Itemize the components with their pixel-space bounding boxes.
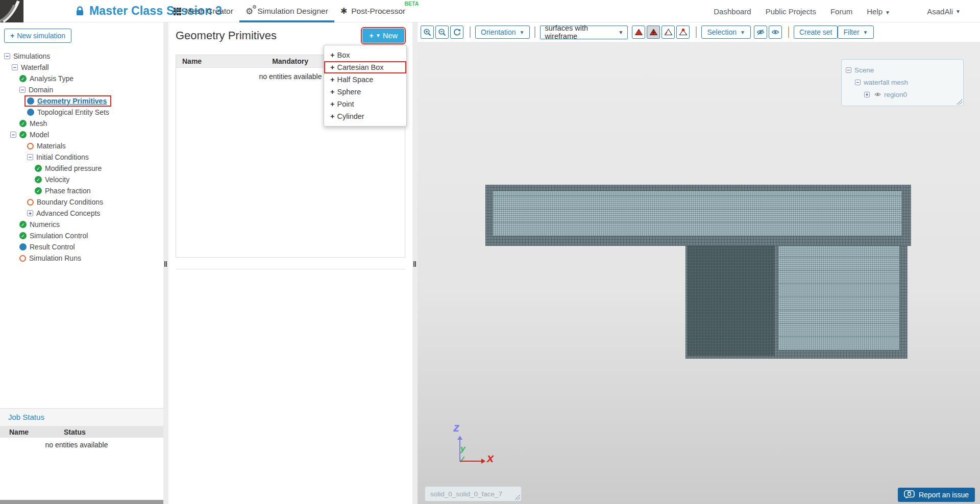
sidebar-item-numerics[interactable]: ✓Numerics [0,219,163,230]
scene-root-row[interactable]: − Scene [846,64,959,76]
collapse-icon[interactable]: − [855,80,861,85]
sidebar-item-modified-pressure[interactable]: ✓Modified pressure [0,163,163,174]
axis-z-arrowhead [457,436,462,440]
sidebar-item-initial-conditions[interactable]: −Initial Conditions [0,152,163,163]
toolbar-separator [788,27,789,38]
completed-status-icon: ✓ [19,232,27,239]
column-name: Name [176,57,272,65]
sidebar-item-velocity[interactable]: ✓Velocity [0,174,163,185]
tab-simulation-designer[interactable]: ⚙⚙ Simulation Designer [239,0,334,22]
nav-help-menu[interactable]: Help▼ [867,7,890,16]
sidebar-item-result-control[interactable]: Result Control [0,241,163,253]
sidebar-item-phase-fraction[interactable]: ✓Phase fraction [0,185,163,196]
sidebar-item-model[interactable]: −✓Model [0,129,163,140]
completed-status-icon: ✓ [19,120,27,127]
sidebar-item-label: Materials [37,142,66,150]
sidebar-item-mesh[interactable]: ✓Mesh [0,118,163,129]
sidebar-tree: −Simulations−Waterfall✓Analysis Type−Dom… [0,51,163,264]
simscale-logo[interactable] [0,0,23,22]
refresh-view-button[interactable] [450,26,463,39]
sidebar-item-simulation-control[interactable]: ✓Simulation Control [0,230,163,241]
render-mode-select[interactable]: surfaces with wireframe▼ [540,26,628,39]
expand-icon[interactable]: + [27,210,33,216]
nav-dashboard[interactable]: Dashboard [714,7,751,16]
selection-dropdown[interactable]: Selection▼ [701,26,751,39]
plus-icon: + [330,63,334,71]
panel-resizer-left[interactable] [163,22,168,504]
resize-handle-icon[interactable] [957,99,962,105]
axis-y-label: y [460,444,465,454]
resize-handle-icon[interactable] [515,495,520,500]
sidebar-item-domain[interactable]: −Domain [0,84,163,95]
render-surfaces-button[interactable] [632,26,645,39]
filter-dropdown[interactable]: Filter▼ [838,26,873,39]
menu-item-sphere[interactable]: +Sphere [324,86,406,98]
collapse-icon[interactable]: − [4,53,10,59]
expand-icon[interactable]: + [864,92,870,97]
top-navigation: Dashboard Public Projects Forum Help▼ [714,0,890,22]
info-status-icon [19,243,27,250]
collapse-icon[interactable]: − [846,67,851,73]
mesh-lower-block[interactable] [685,242,908,359]
menu-item-box[interactable]: +Box [324,49,406,61]
new-simulation-button[interactable]: + New simulation [4,29,71,43]
chevron-down-icon: ▼ [863,30,868,35]
sidebar-item-boundary-conditions[interactable]: Boundary Conditions [0,196,163,208]
nav-public-projects[interactable]: Public Projects [766,7,816,16]
sidebar-item-materials[interactable]: Materials [0,140,163,152]
sidebar-item-label: Numerics [30,220,60,229]
zoom-out-button[interactable] [435,26,449,39]
panel-resizer-right[interactable] [412,22,418,504]
menu-item-half-space[interactable]: +Half Space [324,73,406,86]
nav-forum[interactable]: Forum [830,7,852,16]
completed-status-icon: ✓ [35,187,42,194]
hide-selection-button[interactable] [754,26,767,39]
column-mandatory: Mandatory [272,57,308,65]
mesh-top-bar[interactable] [485,185,911,246]
tab-label: Mesh Creator [185,7,233,16]
chevron-down-icon: ▼ [955,9,961,14]
collapse-icon[interactable]: − [12,64,18,70]
geometry-primitives-panel: Geometry Primitives + ▼ New Name Mandato… [168,22,412,504]
user-menu[interactable]: AsadAli ▼ [927,0,961,22]
tab-post-processor[interactable]: ✱ Post-Processor BETA [334,0,411,22]
scene-tree-overlay: − Scene − waterfall mesh + region0 [841,59,964,106]
sidebar-item-analysis-type[interactable]: ✓Analysis Type [0,73,163,84]
scene-label: Scene [854,66,874,74]
show-selection-button[interactable] [769,26,782,39]
create-set-button[interactable]: Create set [794,26,838,39]
sidebar-item-label: Boundary Conditions [37,198,103,206]
sidebar-item-simulation-runs[interactable]: Simulation Runs [0,253,163,264]
render-wireframe-button[interactable] [662,26,675,39]
menu-item-cartesian-box[interactable]: +Cartesian Box [324,61,406,73]
sidebar-item-simulations[interactable]: −Simulations [0,51,163,62]
app-header: Master Class Session 3 Mesh Creator ⚙⚙ S… [0,0,980,22]
horizontal-scrollbar[interactable] [0,500,163,504]
sidebar-item-topological-entity-sets[interactable]: Topological Entity Sets [0,107,163,118]
sidebar-item-advanced-concepts[interactable]: +Advanced Concepts [0,208,163,219]
sidebar-item-waterfall[interactable]: −Waterfall [0,62,163,73]
sidebar-item-geometry-primitives[interactable]: Geometry Primitives [0,95,163,107]
collapse-icon[interactable]: − [27,154,33,160]
menu-item-label: Box [337,51,350,59]
visibility-eye-icon[interactable] [874,91,881,98]
render-canvas[interactable]: − Scene − waterfall mesh + region0 [418,42,980,504]
zoom-in-button[interactable] [421,26,434,39]
render-points-button[interactable] [676,26,690,39]
collapse-icon[interactable]: − [19,87,26,93]
render-surfaces-wireframe-button[interactable] [647,26,660,39]
info-status-icon [27,97,34,105]
report-issue-button[interactable]: Report an issue [898,488,975,502]
menu-item-cylinder[interactable]: +Cylinder [324,110,406,122]
completed-status-icon: ✓ [35,176,42,183]
scene-mesh-row[interactable]: − waterfall mesh [846,76,959,88]
orientation-dropdown[interactable]: Orientation▼ [475,26,530,39]
menu-item-point[interactable]: +Point [324,98,406,110]
grid-icon [174,8,181,15]
tab-mesh-creator[interactable]: Mesh Creator [167,0,239,22]
completed-status-icon: ✓ [19,221,27,228]
collapse-icon[interactable]: − [10,132,16,138]
new-geometry-primitive-button[interactable]: + ▼ New [362,29,404,43]
plus-icon: + [330,75,334,84]
scene-region-row[interactable]: + region0 [846,88,959,100]
